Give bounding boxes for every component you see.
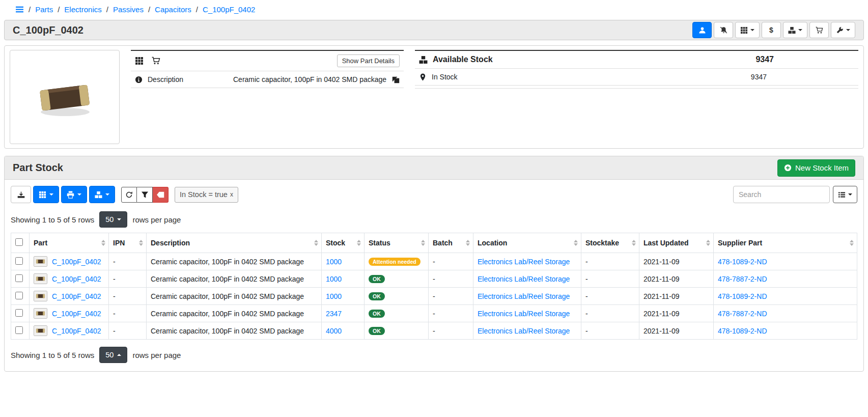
column-header-ipn[interactable]: IPN xyxy=(109,233,147,253)
stock-link[interactable]: 1000 xyxy=(326,292,342,300)
search-input[interactable] xyxy=(733,186,830,203)
export-button[interactable] xyxy=(11,186,31,203)
stock-options-button[interactable] xyxy=(89,186,115,203)
copy-icon[interactable] xyxy=(392,76,400,84)
location-cell: Electronics Lab/Reel Storage xyxy=(473,270,581,288)
stock-actions-button[interactable] xyxy=(783,22,807,38)
available-stock-label: Available Stock xyxy=(433,55,493,64)
column-header-part[interactable]: Part xyxy=(30,233,109,253)
select-all-checkbox[interactable] xyxy=(15,238,23,246)
part-link[interactable]: C_100pF_0402 xyxy=(52,275,101,283)
part-stock-header: Part Stock New Stock Item xyxy=(5,156,863,180)
column-header-last-updated[interactable]: Last Updated xyxy=(639,233,714,253)
breadcrumb: / Parts / Electronics / Passives / Capac… xyxy=(0,0,868,19)
row-checkbox[interactable] xyxy=(15,326,23,334)
part-thumbnail[interactable] xyxy=(34,273,47,284)
row-checkbox[interactable] xyxy=(15,257,23,265)
stock-link[interactable]: 4000 xyxy=(326,327,342,335)
sort-icon xyxy=(466,240,470,246)
description-cell: Ceramic capacitor, 100pF in 0402 SMD pac… xyxy=(147,288,322,305)
page-size-dropdown[interactable]: 50 xyxy=(99,347,127,363)
wrench-icon xyxy=(836,26,844,34)
breadcrumb-link-parts[interactable]: Parts xyxy=(35,5,53,14)
barcode-actions-button[interactable] xyxy=(735,22,760,38)
table-row: C_100pF_0402 - Ceramic capacitor, 100pF … xyxy=(11,270,857,288)
ipn-cell: - xyxy=(109,270,147,288)
supplier-part-link[interactable]: 478-1089-2-ND xyxy=(718,327,767,335)
column-header-batch[interactable]: Batch xyxy=(429,233,473,253)
column-header-supplier-part[interactable]: Supplier Part xyxy=(714,233,857,253)
column-header-stock[interactable]: Stock xyxy=(322,233,365,253)
location-link[interactable]: Electronics Lab/Reel Storage xyxy=(478,258,570,266)
description-cell: Ceramic capacitor, 100pF in 0402 SMD pac… xyxy=(147,253,322,270)
supplier-part-link[interactable]: 478-7887-2-ND xyxy=(718,275,767,283)
supplier-part-link[interactable]: 478-7887-2-ND xyxy=(718,310,767,318)
new-stock-item-label: New Stock Item xyxy=(795,163,849,172)
hamburger-menu-icon[interactable] xyxy=(15,5,24,14)
remove-filter-icon[interactable]: x xyxy=(230,191,233,198)
part-actions-button[interactable] xyxy=(831,22,855,38)
subscribe-button[interactable] xyxy=(692,22,712,38)
stock-link[interactable]: 1000 xyxy=(326,275,342,283)
part-thumbnail[interactable] xyxy=(34,256,47,267)
page-size-dropdown[interactable]: 50 xyxy=(99,211,127,228)
ipn-cell: - xyxy=(109,305,147,322)
refresh-button[interactable] xyxy=(121,187,137,203)
row-checkbox[interactable] xyxy=(15,292,23,299)
part-thumbnail[interactable] xyxy=(34,325,47,336)
available-stock-header: Available Stock 9347 xyxy=(415,51,858,69)
stocktake-cell: - xyxy=(581,305,639,322)
supplier-part-link[interactable]: 478-1089-2-ND xyxy=(718,258,767,266)
clear-filters-button[interactable] xyxy=(153,187,169,203)
part-thumbnail[interactable] xyxy=(34,308,47,319)
description-label: Description xyxy=(148,75,228,84)
column-header-description[interactable]: Description xyxy=(147,233,322,253)
stock-link[interactable]: 1000 xyxy=(326,258,342,266)
column-header-stocktake[interactable]: Stocktake xyxy=(581,233,639,253)
part-thumbnail[interactable] xyxy=(34,291,47,301)
rows-per-page-text: rows per page xyxy=(132,215,181,224)
location-link[interactable]: Electronics Lab/Reel Storage xyxy=(478,292,570,300)
part-link[interactable]: C_100pF_0402 xyxy=(52,310,101,318)
columns-dropdown-button[interactable] xyxy=(33,186,59,203)
location-link[interactable]: Electronics Lab/Reel Storage xyxy=(478,327,570,335)
table-row: C_100pF_0402 - Ceramic capacitor, 100pF … xyxy=(11,322,857,340)
ipn-cell: - xyxy=(109,253,147,270)
status-badge: OK xyxy=(369,275,385,284)
filter-chip-label: In Stock = true xyxy=(180,190,228,199)
list-view-icon xyxy=(838,191,846,199)
breadcrumb-link-current-part[interactable]: C_100pF_0402 xyxy=(203,5,255,14)
view-mode-button[interactable] xyxy=(833,186,857,203)
row-checkbox[interactable] xyxy=(15,309,23,317)
chevron-down-icon xyxy=(49,193,53,196)
part-stock-title: Part Stock xyxy=(13,162,63,174)
print-actions-button[interactable] xyxy=(61,186,87,203)
filter-button[interactable] xyxy=(137,187,153,203)
order-part-button[interactable] xyxy=(809,22,829,38)
part-image[interactable] xyxy=(10,50,120,144)
stock-table-wrap: Part IPN Description Stock Status Batch … xyxy=(5,233,863,340)
table-header-row: Part IPN Description Stock Status Batch … xyxy=(11,233,857,253)
supplier-part-link[interactable]: 478-1089-2-ND xyxy=(718,292,767,300)
unsubscribe-button[interactable] xyxy=(714,22,733,38)
stock-link[interactable]: 2347 xyxy=(326,310,342,318)
part-link[interactable]: C_100pF_0402 xyxy=(52,258,101,266)
part-link[interactable]: C_100pF_0402 xyxy=(52,292,101,300)
sort-icon xyxy=(421,240,425,246)
breadcrumb-link-passives[interactable]: Passives xyxy=(113,5,144,14)
row-select-cell xyxy=(11,253,30,270)
column-header-status[interactable]: Status xyxy=(365,233,429,253)
location-link[interactable]: Electronics Lab/Reel Storage xyxy=(478,275,570,283)
show-part-details-button[interactable]: Show Part Details xyxy=(337,54,400,67)
part-link[interactable]: C_100pF_0402 xyxy=(52,327,101,335)
new-stock-item-button[interactable]: New Stock Item xyxy=(777,159,855,177)
supplier-part-cell: 478-1089-2-ND xyxy=(714,322,857,340)
breadcrumb-link-electronics[interactable]: Electronics xyxy=(64,5,101,14)
column-header-location[interactable]: Location xyxy=(473,233,581,253)
page-size-value: 50 xyxy=(105,351,114,359)
location-link[interactable]: Electronics Lab/Reel Storage xyxy=(478,310,570,318)
row-checkbox[interactable] xyxy=(15,274,23,282)
pricing-button[interactable]: $ xyxy=(762,22,781,38)
in-stock-value: 9347 xyxy=(751,73,854,81)
breadcrumb-link-capacitors[interactable]: Capacitors xyxy=(155,5,191,14)
